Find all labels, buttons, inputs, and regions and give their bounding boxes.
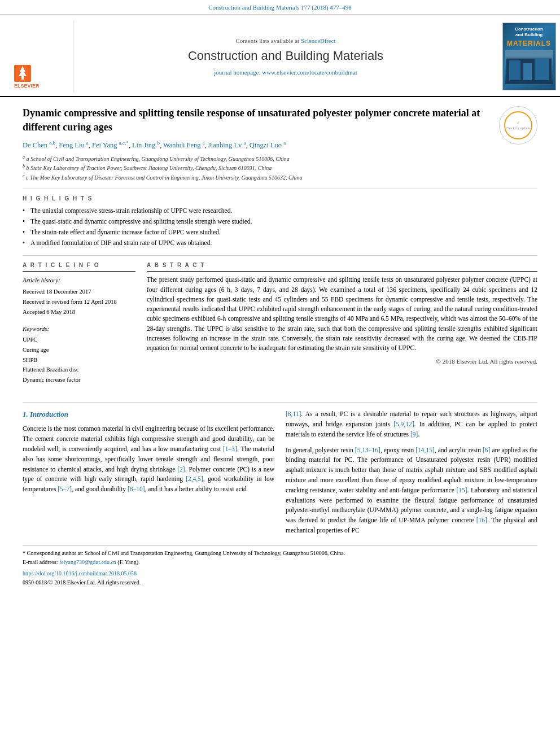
corresponding-note: * Corresponding author at: School of Civ…	[23, 549, 537, 558]
introduction-section: 1. Introduction Concrete is the most com…	[23, 402, 537, 536]
keywords-list: UPPC Curing age SHPB Flattened Brazilian…	[23, 335, 135, 385]
elsevier-wordmark: ELSEVIER	[8, 59, 65, 90]
article-info-block: A R T I C L E I N F O Article history: R…	[23, 261, 135, 317]
article-title: Dynamic compressive and splitting tensil…	[23, 106, 492, 134]
highlight-item-3: The strain-rate effect and dynamic incre…	[23, 228, 537, 237]
intro-left-col: 1. Introduction Concrete is the most com…	[23, 409, 274, 536]
ref-6[interactable]: [6]	[483, 447, 490, 453]
doi-line: https://doi.org/10.1016/j.conbuildmat.20…	[23, 569, 537, 578]
check-updates-badge: ✓ Check for updates	[499, 106, 537, 145]
ref-15[interactable]: [15]	[456, 487, 467, 493]
ref-8-10[interactable]: [8–10]	[128, 486, 145, 492]
intro-heading: 1. Introduction	[23, 409, 274, 420]
revised-date: Received in revised form 12 April 2018	[23, 297, 135, 307]
doi-link[interactable]: https://doi.org/10.1016/j.conbuildmat.20…	[23, 570, 137, 576]
journal-cover: Constructionand Building MATERIALS	[502, 23, 556, 90]
svg-rect-8	[535, 59, 549, 80]
intro-right-text-1: [8,11]. As a result, PC is a desirable m…	[286, 409, 537, 439]
author-lin-jing: Lin Jing	[132, 141, 155, 149]
journal-info-center: Contents lists available at ScienceDirec…	[73, 20, 498, 93]
intro-right-col: [8,11]. As a result, PC is a desirable m…	[286, 409, 537, 536]
svg-rect-6	[509, 60, 520, 80]
affiliation-b: b b State Key Laboratory of Traction Pow…	[23, 163, 537, 172]
article-info-title: A R T I C L E I N F O	[23, 261, 135, 272]
journal-header: ELSEVIER Contents lists available at Sci…	[0, 15, 560, 97]
cover-subtitle: MATERIALS	[507, 39, 551, 49]
svg-rect-9	[506, 52, 552, 59]
intro-left-text: Concrete is the most common material in …	[23, 424, 274, 495]
journal-citation: Construction and Building Materials 177 …	[0, 0, 560, 15]
footnotes: * Corresponding author at: School of Civ…	[23, 545, 537, 587]
abstract-label: A B S T R A C T	[147, 261, 537, 272]
email-note: E-mail address: feiyang730@gdut.edu.cn (…	[23, 558, 537, 567]
svg-rect-4	[21, 76, 24, 80]
exhibited-word: exhibited	[257, 305, 281, 312]
keyword-2: Curing age	[23, 345, 135, 355]
keyword-5: Dynamic increase factor	[23, 375, 135, 385]
article-history: Article history: Received 18 December 20…	[23, 275, 135, 317]
journal-title: Construction and Building Materials	[188, 47, 383, 65]
highlight-item-2: The quasi-static and dynamic compressive…	[23, 217, 537, 226]
received-date: Received 18 December 2017	[23, 287, 135, 297]
article-info-column: A R T I C L E I N F O Article history: R…	[23, 261, 135, 393]
svg-text:ELSEVIER: ELSEVIER	[14, 83, 40, 89]
highlights-list: The uniaxial compressive stress-strain r…	[23, 206, 537, 247]
abstract-column: A B S T R A C T The present study perfor…	[147, 261, 537, 393]
article-info-abstract: A R T I C L E I N F O Article history: R…	[23, 261, 537, 393]
highlight-item-4: A modified formulation of DIF and strain…	[23, 238, 537, 247]
divider-1	[23, 189, 537, 189]
homepage-url[interactable]: www.elsevier.com/locate/conbuildmat	[262, 69, 357, 76]
author-fei-yang: Fei Yang	[92, 141, 117, 149]
history-label: Article history:	[23, 275, 135, 286]
author-de-chen: De Chen	[23, 141, 47, 149]
cover-title: Constructionand Building	[515, 27, 543, 37]
journal-cover-area: Constructionand Building MATERIALS	[498, 20, 560, 93]
keyword-3: SHPB	[23, 355, 135, 365]
ref-8-11[interactable]: [8,11]	[286, 410, 301, 417]
keyword-1: UPPC	[23, 335, 135, 345]
keywords-block: Keywords: UPPC Curing age SHPB Flattened…	[23, 325, 135, 385]
ref-14-15[interactable]: [14,15]	[415, 447, 435, 453]
highlight-item-1: The uniaxial compressive stress-strain r…	[23, 206, 537, 215]
citation-text: Construction and Building Materials 177 …	[208, 4, 352, 11]
author-qingzi-luo: Qingzi Luo	[250, 141, 282, 149]
highlights-label: H I G H L I G H T S	[23, 195, 537, 203]
copyright: © 2018 Elsevier Ltd. All rights reserved…	[147, 357, 537, 366]
sciencedirect-line: Contents lists available at ScienceDirec…	[235, 37, 335, 45]
keywords-label: Keywords:	[23, 325, 135, 333]
ref-1-3[interactable]: [1–3]	[223, 445, 237, 452]
ref-5-13-16[interactable]: [5,13–16]	[355, 447, 380, 453]
ref-9[interactable]: [9]	[410, 431, 418, 438]
ref-5-7[interactable]: [5–7]	[58, 486, 72, 492]
homepage-line: journal homepage: www.elsevier.com/locat…	[214, 68, 357, 77]
abstract-text: The present study performed quasi-static…	[147, 275, 537, 353]
ref-5-9-12[interactable]: [5,9,12]	[393, 421, 414, 427]
author-feng-liu: Feng Liu	[59, 141, 84, 149]
ref-16[interactable]: [16]	[476, 517, 487, 523]
sciencedirect-link[interactable]: ScienceDirect	[301, 37, 336, 44]
authors-line: De Chen a,b, Feng Liu a, Fei Yang a,c,*,…	[23, 139, 537, 151]
author-wanhui-feng: Wanhui Feng	[163, 141, 201, 149]
author-jianbing-lv: Jianbing Lv	[208, 141, 242, 149]
elsevier-logo-area: ELSEVIER	[0, 20, 73, 93]
ref-2[interactable]: [2]	[177, 466, 185, 473]
email-link[interactable]: feiyang730@gdut.edu.cn	[59, 559, 116, 565]
keyword-4: Flattened Brazilian disc	[23, 365, 135, 375]
intro-two-col: 1. Introduction Concrete is the most com…	[23, 409, 537, 536]
ref-2-4-5[interactable]: [2,4,5]	[186, 475, 203, 482]
highlights-section: H I G H L I G H T S The uniaxial compres…	[23, 195, 537, 247]
cover-image	[505, 50, 553, 84]
accepted-date: Accepted 6 May 2018	[23, 307, 135, 317]
affiliation-c: c c The Moe Key Laboratory of Disaster F…	[23, 173, 537, 182]
svg-rect-7	[523, 63, 532, 80]
main-content: Dynamic compressive and splitting tensil…	[0, 97, 560, 598]
affiliations: a a School of Civil and Transportation E…	[23, 154, 537, 182]
elsevier-logo-svg: ELSEVIER	[8, 59, 65, 90]
affiliation-a: a a School of Civil and Transportation E…	[23, 154, 537, 163]
intro-right-text-2: In general, polyester resin [5,13–16], e…	[286, 445, 537, 536]
divider-2	[23, 255, 537, 256]
issn-line: 0950-0618/© 2018 Elsevier Ltd. All right…	[23, 578, 537, 587]
check-updates-inner: ✓ Check for updates	[504, 111, 532, 139]
